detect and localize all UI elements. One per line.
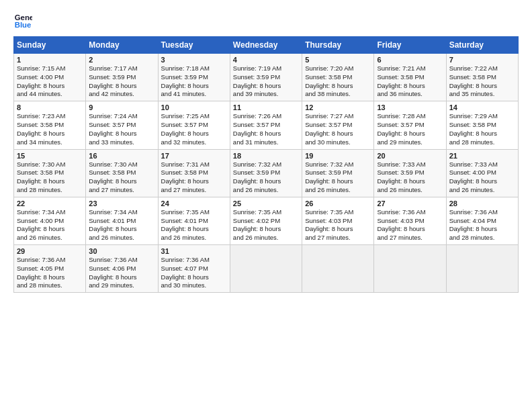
cell-info-line: Daylight: 8 hours [233, 177, 299, 186]
calendar-cell: 7Sunrise: 7:22 AMSunset: 3:58 PMDaylight… [446, 54, 518, 101]
cell-info-line: and 32 minutes. [161, 138, 227, 147]
cell-info-line: Daylight: 8 hours [89, 273, 154, 282]
cell-info-line: Sunrise: 7:25 AM [161, 112, 227, 121]
day-number: 15 [17, 152, 83, 160]
cell-info-line: and 39 minutes. [233, 90, 299, 99]
day-number: 12 [305, 103, 371, 111]
calendar-cell: 6Sunrise: 7:21 AMSunset: 3:58 PMDaylight… [374, 54, 446, 101]
day-number: 1 [17, 56, 83, 64]
cell-info-line: and 36 minutes. [377, 90, 443, 99]
cell-info-line: Sunrise: 7:33 AM [449, 161, 515, 169]
cell-info-line: Sunset: 4:03 PM [377, 217, 443, 226]
calendar-week-row: 1Sunrise: 7:15 AMSunset: 4:00 PMDaylight… [14, 54, 519, 101]
calendar-week-row: 15Sunrise: 7:30 AMSunset: 3:58 PMDayligh… [14, 149, 519, 197]
cell-info-line: Daylight: 8 hours [377, 177, 443, 186]
cell-info-line: Daylight: 8 hours [17, 82, 83, 91]
day-header-saturday: Saturday [446, 37, 518, 54]
cell-info-line: and 30 minutes. [161, 281, 227, 290]
cell-info-line: and 27 minutes. [89, 186, 154, 195]
calendar-header-row: SundayMondayTuesdayWednesdayThursdayFrid… [14, 37, 519, 54]
calendar-cell: 24Sunrise: 7:35 AMSunset: 4:01 PMDayligh… [158, 197, 230, 244]
calendar-cell: 26Sunrise: 7:35 AMSunset: 4:03 PMDayligh… [302, 197, 374, 244]
cell-info-line: Sunset: 3:58 PM [377, 73, 443, 82]
cell-info-line: Sunrise: 7:36 AM [377, 208, 443, 217]
calendar-week-row: 8Sunrise: 7:23 AMSunset: 3:58 PMDaylight… [14, 101, 519, 149]
day-header-friday: Friday [374, 37, 446, 54]
cell-info-line: Sunset: 3:59 PM [161, 73, 227, 82]
page: General Blue SundayMondayTuesdayWednesda… [0, 0, 532, 411]
calendar-cell [446, 245, 518, 293]
cell-info-line: and 31 minutes. [233, 138, 299, 147]
calendar-cell: 11Sunrise: 7:26 AMSunset: 3:57 PMDayligh… [230, 101, 302, 149]
cell-info-line: Daylight: 8 hours [305, 130, 371, 138]
day-number: 20 [377, 152, 443, 160]
cell-info-line: Sunset: 3:58 PM [305, 73, 371, 82]
cell-info-line: and 28 minutes. [449, 138, 515, 147]
calendar-cell: 18Sunrise: 7:32 AMSunset: 3:59 PMDayligh… [230, 149, 302, 197]
cell-info-line: Sunset: 3:59 PM [377, 169, 443, 177]
cell-info-line: Sunrise: 7:22 AM [449, 64, 515, 73]
cell-info-line: and 44 minutes. [17, 90, 83, 99]
cell-info-line: Sunrise: 7:36 AM [449, 208, 515, 217]
day-number: 2 [89, 56, 154, 64]
calendar-cell: 30Sunrise: 7:36 AMSunset: 4:06 PMDayligh… [86, 245, 158, 293]
cell-info-line: Sunrise: 7:29 AM [449, 112, 515, 121]
cell-info-line: Sunset: 3:58 PM [449, 121, 515, 130]
cell-info-line: Sunset: 4:00 PM [449, 169, 515, 177]
calendar-cell: 15Sunrise: 7:30 AMSunset: 3:58 PMDayligh… [14, 149, 86, 197]
calendar-cell: 14Sunrise: 7:29 AMSunset: 3:58 PMDayligh… [446, 101, 518, 149]
cell-info-line: Sunrise: 7:30 AM [17, 161, 83, 169]
calendar-cell: 21Sunrise: 7:33 AMSunset: 4:00 PMDayligh… [446, 149, 518, 197]
cell-info-line: Sunrise: 7:27 AM [305, 112, 371, 121]
cell-info-line: Daylight: 8 hours [305, 177, 371, 186]
cell-info-line: Daylight: 8 hours [161, 273, 227, 282]
cell-info-line: Sunrise: 7:20 AM [305, 64, 371, 73]
logo-icon: General Blue [13, 11, 32, 30]
cell-info-line: Sunset: 3:57 PM [89, 121, 154, 130]
calendar-cell: 19Sunrise: 7:32 AMSunset: 3:59 PMDayligh… [302, 149, 374, 197]
cell-info-line: Daylight: 8 hours [305, 82, 371, 91]
cell-info-line: Daylight: 8 hours [377, 82, 443, 91]
cell-info-line: Sunset: 4:06 PM [89, 265, 154, 273]
cell-info-line: Sunrise: 7:33 AM [377, 161, 443, 169]
cell-info-line: and 28 minutes. [17, 186, 83, 195]
svg-text:Blue: Blue [15, 21, 32, 29]
cell-info-line: Sunset: 3:57 PM [305, 121, 371, 130]
cell-info-line: Sunset: 3:58 PM [161, 169, 227, 177]
cell-info-line: and 26 minutes. [305, 186, 371, 195]
cell-info-line: and 28 minutes. [17, 281, 83, 290]
header: General Blue [13, 11, 519, 30]
cell-info-line: Sunrise: 7:31 AM [161, 161, 227, 169]
calendar-cell: 12Sunrise: 7:27 AMSunset: 3:57 PMDayligh… [302, 101, 374, 149]
cell-info-line: and 26 minutes. [17, 234, 83, 242]
calendar-body: 1Sunrise: 7:15 AMSunset: 4:00 PMDaylight… [14, 54, 519, 293]
cell-info-line: and 28 minutes. [449, 234, 515, 242]
cell-info-line: Sunset: 3:59 PM [89, 73, 154, 82]
cell-info-line: Sunset: 3:58 PM [17, 169, 83, 177]
day-number: 9 [89, 103, 154, 111]
cell-info-line: Sunrise: 7:34 AM [17, 208, 83, 217]
day-number: 5 [305, 56, 371, 64]
cell-info-line: Sunset: 3:58 PM [89, 169, 154, 177]
cell-info-line: Daylight: 8 hours [161, 130, 227, 138]
cell-info-line: Sunset: 4:01 PM [161, 217, 227, 226]
cell-info-line: Daylight: 8 hours [449, 225, 515, 234]
cell-info-line: Sunrise: 7:24 AM [89, 112, 154, 121]
calendar-week-row: 29Sunrise: 7:36 AMSunset: 4:05 PMDayligh… [14, 245, 519, 293]
cell-info-line: Sunset: 4:03 PM [305, 217, 371, 226]
calendar-cell: 25Sunrise: 7:35 AMSunset: 4:02 PMDayligh… [230, 197, 302, 244]
cell-info-line: Daylight: 8 hours [449, 130, 515, 138]
calendar-week-row: 22Sunrise: 7:34 AMSunset: 4:00 PMDayligh… [14, 197, 519, 244]
calendar-cell [230, 245, 302, 293]
calendar-cell: 2Sunrise: 7:17 AMSunset: 3:59 PMDaylight… [86, 54, 158, 101]
day-number: 30 [89, 247, 154, 255]
day-header-monday: Monday [86, 37, 158, 54]
cell-info-line: Sunrise: 7:23 AM [17, 112, 83, 121]
cell-info-line: and 29 minutes. [89, 281, 154, 290]
day-number: 27 [377, 199, 443, 208]
day-number: 7 [449, 56, 515, 64]
calendar-cell: 23Sunrise: 7:34 AMSunset: 4:01 PMDayligh… [86, 197, 158, 244]
cell-info-line: Sunrise: 7:34 AM [89, 208, 154, 217]
calendar-cell: 22Sunrise: 7:34 AMSunset: 4:00 PMDayligh… [14, 197, 86, 244]
cell-info-line: and 38 minutes. [305, 90, 371, 99]
